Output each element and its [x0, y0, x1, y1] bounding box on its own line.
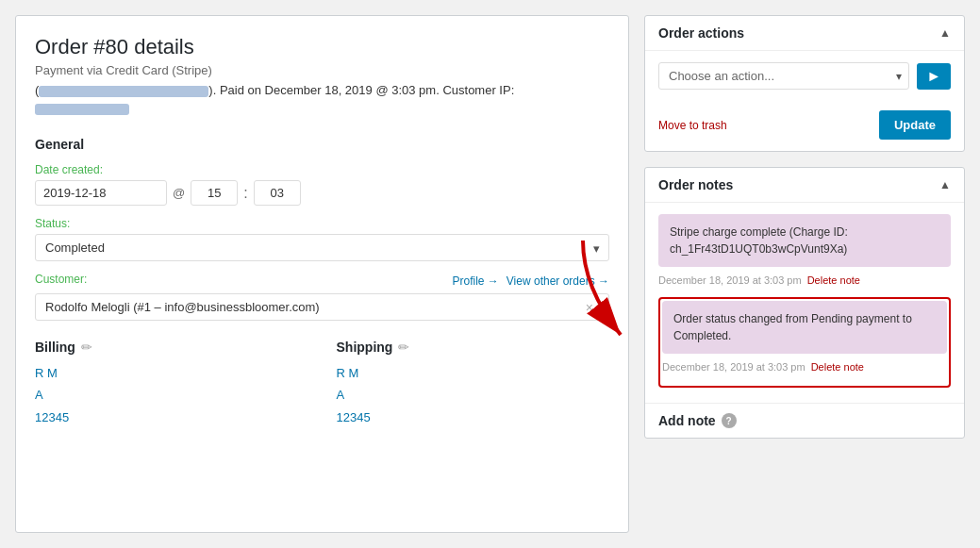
status-label: Status: [35, 217, 609, 230]
note-2-date: December 18, 2019 at 3:03 pm [662, 361, 806, 373]
note-1-meta: December 18, 2019 at 3:03 pm Delete note [658, 274, 951, 286]
order-notes-header: Order notes ▲ [645, 168, 964, 203]
action-select[interactable]: Choose an action... [658, 62, 909, 90]
note-2-delete-link[interactable]: Delete note [811, 361, 864, 373]
order-notes-widget: Order notes ▲ Stripe charge complete (Ch… [644, 167, 965, 439]
right-panel: Order actions ▲ Choose an action... ▾ ► … [644, 15, 965, 533]
note-2-highlighted-wrapper: Order status changed from Pending paymen… [658, 297, 951, 388]
action-row: Choose an action... ▾ ► [658, 62, 951, 90]
hour-input[interactable] [191, 180, 238, 206]
note-2-meta: December 18, 2019 at 3:03 pm Delete note [662, 361, 947, 373]
shipping-header: Shipping ✏ [337, 340, 610, 355]
view-orders-link[interactable]: View other orders → [507, 274, 609, 288]
shipping-line3: 12345 [337, 407, 610, 428]
order-notes-body: Stripe charge complete (Charge ID: ch_1F… [645, 203, 964, 403]
customer-select[interactable]: Rodolfo Melogli (#1 – info@businessbloom… [35, 293, 609, 321]
at-label: @ [173, 186, 185, 200]
action-footer: Move to trash Update [645, 101, 964, 151]
clear-customer-icon[interactable]: × [586, 300, 593, 315]
billing-section: Billing ✏ R M A 12345 [35, 340, 308, 428]
customer-icons: × ▾ [586, 300, 604, 315]
customer-label-row: Customer: Profile → View other orders → [35, 273, 609, 290]
order-actions-body: Choose an action... ▾ ► [645, 51, 964, 101]
action-select-wrap: Choose an action... ▾ [658, 62, 909, 90]
shipping-section: Shipping ✏ R M A 12345 [337, 340, 610, 428]
paid-info-suffix: ). Paid on December 18, 2019 @ 3:03 pm. … [208, 83, 514, 97]
billing-line3: 12345 [35, 407, 308, 428]
billing-line1: R M [35, 362, 308, 384]
minute-input[interactable] [254, 180, 301, 206]
add-note-title: Add note [658, 413, 716, 428]
note-1: Stripe charge complete (Charge ID: ch_1F… [658, 214, 951, 286]
note-2-text: Order status changed from Pending paymen… [673, 312, 912, 342]
update-button[interactable]: Update [879, 110, 951, 140]
order-title: Order #80 details [35, 35, 609, 59]
order-actions-toggle-icon[interactable]: ▲ [939, 26, 951, 40]
note-1-delete-link[interactable]: Delete note [807, 274, 860, 286]
customer-label: Customer: [35, 273, 87, 286]
billing-header: Billing ✏ [35, 340, 308, 355]
note-1-text: Stripe charge complete (Charge ID: ch_1F… [670, 225, 848, 256]
date-input[interactable] [35, 180, 167, 206]
note-1-bubble: Stripe charge complete (Charge ID: ch_1F… [658, 214, 951, 267]
note-2-bubble: Order status changed from Pending paymen… [662, 301, 947, 354]
profile-link[interactable]: Profile → [452, 274, 498, 288]
add-note-help-icon[interactable]: ? [722, 413, 737, 428]
shipping-edit-icon[interactable]: ✏ [398, 340, 409, 355]
order-notes-toggle-icon[interactable]: ▲ [939, 178, 951, 191]
status-select-wrap: Pending payment Processing On hold Compl… [35, 234, 609, 261]
order-actions-widget: Order actions ▲ Choose an action... ▾ ► … [644, 15, 965, 152]
billing-edit-icon[interactable]: ✏ [81, 340, 92, 355]
date-label: Date created: [35, 163, 609, 176]
order-notes-title: Order notes [658, 177, 733, 192]
order-detail-panel: Order #80 details Payment via Credit Car… [15, 15, 629, 533]
shipping-line2: A [337, 384, 610, 406]
order-actions-header: Order actions ▲ [645, 16, 964, 51]
add-note-section: Add note ? [645, 403, 964, 438]
shipping-line1: R M [337, 362, 610, 384]
payment-info: Payment via Credit Card (Stripe) [35, 63, 609, 77]
customer-select-wrap: Rodolfo Melogli (#1 – info@businessbloom… [35, 293, 609, 321]
status-select[interactable]: Pending payment Processing On hold Compl… [35, 234, 609, 261]
order-actions-title: Order actions [658, 25, 744, 41]
billing-line2: A [35, 384, 308, 406]
time-colon: : [243, 185, 247, 202]
note-2: Order status changed from Pending paymen… [662, 301, 947, 373]
general-section-title: General [35, 137, 609, 152]
shipping-title: Shipping [337, 340, 393, 355]
customer-dropdown-icon[interactable]: ▾ [597, 300, 604, 315]
billing-title: Billing [35, 340, 75, 355]
paid-info: (). Paid on December 18, 2019 @ 3:03 pm.… [35, 81, 609, 118]
customer-links: Profile → View other orders → [452, 274, 609, 288]
move-to-trash-link[interactable]: Move to trash [658, 119, 727, 132]
billing-shipping-row: Billing ✏ R M A 12345 Shipping ✏ R M A 1… [35, 340, 609, 428]
date-row: @ : [35, 180, 609, 206]
redacted-email [39, 86, 208, 97]
note-1-date: December 18, 2019 at 3:03 pm [658, 274, 802, 286]
action-go-button[interactable]: ► [917, 63, 951, 90]
redacted-ip [35, 104, 129, 115]
